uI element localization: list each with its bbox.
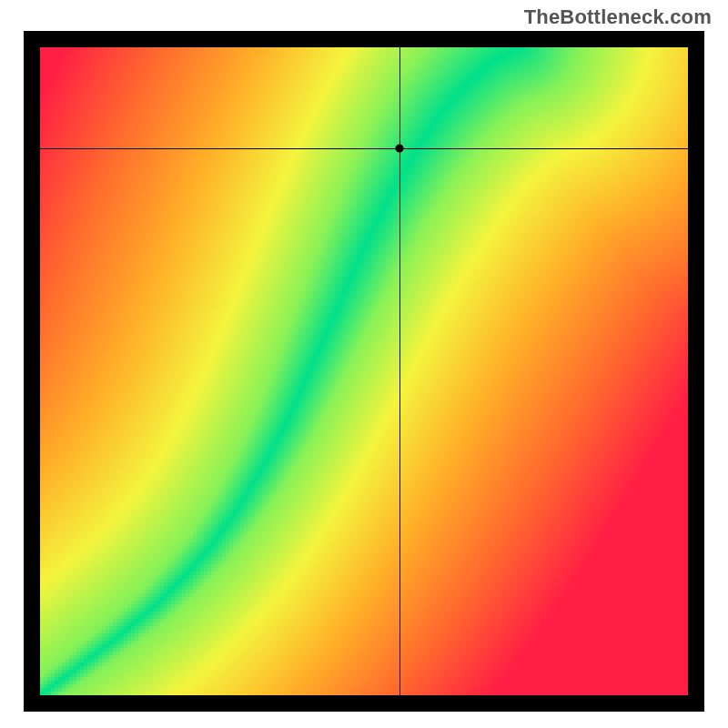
- crosshair-horizontal: [40, 148, 688, 149]
- crosshair-marker: [396, 145, 404, 153]
- plot-area: [40, 47, 688, 695]
- page-root: TheBottleneck.com: [0, 0, 728, 728]
- heatmap-canvas: [40, 47, 688, 695]
- plot-frame: [24, 31, 704, 712]
- watermark-text: TheBottleneck.com: [524, 5, 712, 29]
